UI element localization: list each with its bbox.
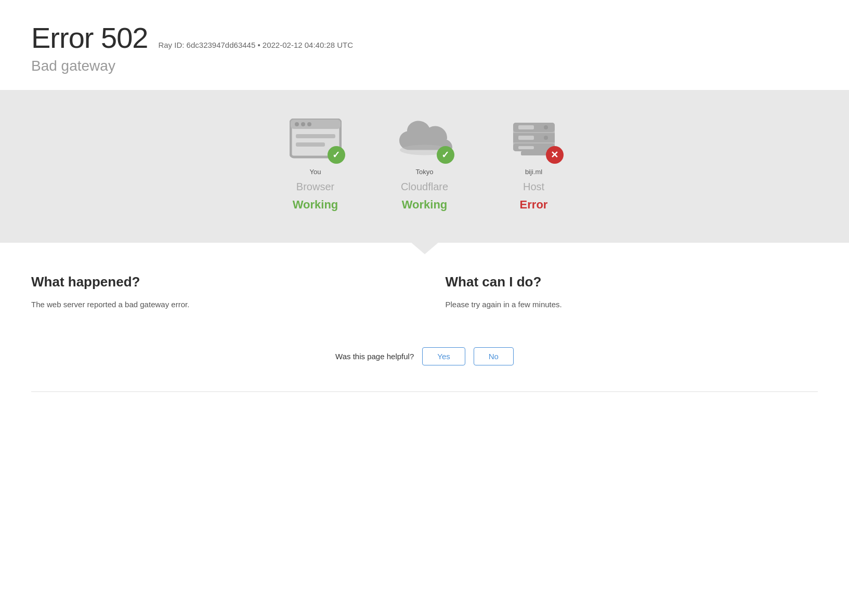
svg-point-4 (307, 122, 311, 126)
info-col-left: What happened? The web server reported a… (31, 274, 404, 311)
host-node-status: Error (520, 198, 548, 212)
yes-button[interactable]: Yes (422, 347, 465, 365)
error-title-row: Error 502 Ray ID: 6dc323947dd63445 • 202… (31, 21, 818, 55)
svg-point-15 (544, 125, 548, 129)
svg-rect-6 (296, 142, 325, 147)
browser-node-status: Working (293, 198, 338, 212)
status-item-host: ✕ biji.ml Host Error (505, 116, 563, 212)
svg-rect-17 (521, 151, 547, 155)
what-can-i-do-heading: What can I do? (446, 274, 818, 290)
what-can-i-do-text: Please try again in a few minutes. (446, 298, 818, 311)
svg-point-2 (295, 122, 299, 126)
svg-rect-14 (518, 146, 534, 149)
cloudflare-node-type: Cloudflare (401, 181, 448, 193)
browser-status-badge: ✓ (328, 146, 345, 164)
browser-node-label: You (310, 168, 321, 176)
cloudflare-node-status: Working (402, 198, 448, 212)
error-code: Error 502 (31, 21, 148, 55)
ray-id: Ray ID: 6dc323947dd63445 • 2022-02-12 04… (158, 41, 353, 49)
status-item-browser: ✓ You Browser Working (287, 116, 344, 212)
no-button[interactable]: No (474, 347, 514, 365)
footer-divider (31, 391, 818, 392)
header-section: Error 502 Ray ID: 6dc323947dd63445 • 202… (0, 0, 849, 90)
svg-rect-5 (296, 134, 335, 138)
feedback-section: Was this page helpful? Yes No (0, 332, 849, 391)
what-happened-text: The web server reported a bad gateway er… (31, 298, 404, 311)
error-subtitle: Bad gateway (31, 58, 818, 74)
browser-node-type: Browser (296, 181, 334, 193)
host-status-badge: ✕ (546, 146, 564, 164)
info-section: What happened? The web server reported a… (0, 243, 849, 332)
cloudflare-icon-wrapper: ✓ (396, 116, 453, 163)
host-icon-wrapper: ✕ (505, 116, 563, 163)
status-band: ✓ You Browser Working ✓ Tokyo Cloudflare… (0, 90, 849, 243)
browser-icon-wrapper: ✓ (287, 116, 344, 163)
svg-point-3 (301, 122, 305, 126)
what-happened-heading: What happened? (31, 274, 404, 290)
svg-rect-12 (518, 125, 534, 129)
info-col-right: What can I do? Please try again in a few… (446, 274, 818, 311)
host-node-label: biji.ml (525, 168, 542, 176)
svg-rect-13 (518, 136, 534, 140)
status-item-cloudflare: ✓ Tokyo Cloudflare Working (396, 116, 453, 212)
cloudflare-node-label: Tokyo (416, 168, 434, 176)
svg-point-16 (544, 136, 548, 140)
cloudflare-status-badge: ✓ (437, 146, 454, 164)
host-node-type: Host (523, 181, 544, 193)
feedback-label: Was this page helpful? (335, 352, 414, 361)
